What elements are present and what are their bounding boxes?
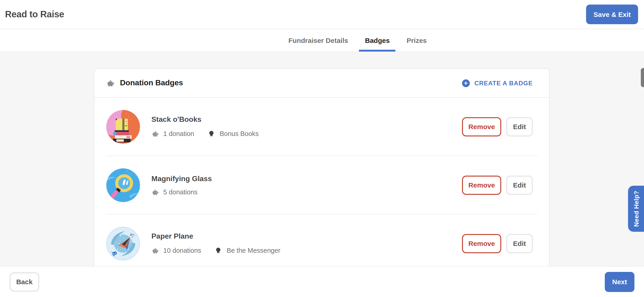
scrollbar-thumb[interactable] [641,68,644,87]
badge-row: Paper Plane 10 donations Be the Messenge… [94,214,549,272]
next-button[interactable]: Next [605,272,634,292]
tab-fundraiser-details[interactable]: Fundraiser Details [288,29,348,52]
back-button[interactable]: Back [10,272,39,291]
remove-button[interactable]: Remove [462,117,501,136]
tab-group: Fundraiser Details Badges Prizes [288,29,427,52]
tab-label: Badges [365,36,390,44]
medal-ribbon-icon [215,246,222,255]
badge-name: Magnifying Glass [152,174,212,183]
piggy-bank-icon [106,79,116,87]
edit-button[interactable]: Edit [506,234,533,253]
badge-row: Stack o'Books 1 donation Bonus Books Rem… [94,98,549,156]
badge-meta: 5 donations [152,188,212,196]
tab-label: Prizes [406,36,427,44]
tab-badges[interactable]: Badges [365,29,390,52]
footer-bar: Back Next [0,266,644,297]
page-title: Read to Raise [5,9,64,20]
badge-donation-count: 1 donation [163,130,194,137]
badge-info: Magnifying Glass 5 donations [152,174,212,196]
badge-image [106,226,140,260]
badge-donation-count: 5 donations [163,188,198,196]
badge-row-actions: Remove Edit [462,176,533,194]
badge-image [106,110,140,144]
remove-button[interactable]: Remove [462,234,501,253]
tab-prizes[interactable]: Prizes [406,29,427,52]
badge-row-actions: Remove Edit [462,234,533,253]
tab-label: Fundraiser Details [288,36,348,44]
edit-button[interactable]: Edit [506,176,533,194]
badge-bonus-label: Bonus Books [220,130,258,137]
plus-circle-icon: + [462,79,470,87]
top-header: Read to Raise Save & Exit [0,0,644,29]
badge-row-actions: Remove Edit [462,117,533,136]
badge-bonus: Be the Messenger [215,246,280,255]
medal-ribbon-icon [208,129,214,138]
badge-name: Stack o'Books [152,115,258,124]
panel-title: Donation Badges [120,78,183,88]
piggy-bank-icon [152,130,160,137]
badge-bonus-label: Be the Messenger [227,246,280,254]
badge-row: Magnifying Glass 5 donations Remove Edit [94,156,549,214]
create-a-badge-button[interactable]: + CREATE A BADGE [462,79,533,87]
badge-bonus: Bonus Books [208,129,258,138]
viewport: Read to Raise Save & Exit Fundraiser Det… [0,0,644,297]
need-help-label: Need Help? [632,191,640,227]
badge-name: Paper Plane [152,232,280,240]
screen: Read to Raise Save & Exit Fundraiser Det… [0,0,644,297]
badge-info: Stack o'Books 1 donation Bonus Books [152,115,258,138]
badge-donation-count: 10 donations [163,246,201,254]
piggy-bank-icon [152,188,160,196]
badge-meta: 10 donations Be the Messenger [152,246,280,255]
piggy-bank-icon [152,246,160,254]
tab-bar: Fundraiser Details Badges Prizes [0,29,644,52]
create-a-badge-label: CREATE A BADGE [474,80,533,86]
card-header: Donation Badges + CREATE A BADGE [94,69,549,98]
badge-list: Stack o'Books 1 donation Bonus Books Rem… [94,98,549,272]
remove-button[interactable]: Remove [462,176,501,194]
edit-button[interactable]: Edit [506,117,533,136]
save-and-exit-button[interactable]: Save & Exit [586,4,638,24]
badge-info: Paper Plane 10 donations Be the Messenge… [152,232,280,255]
badge-image [106,168,140,202]
need-help-tab[interactable]: Need Help? [628,186,644,232]
donation-badges-card: Donation Badges + CREATE A BADGE [94,68,550,288]
badge-meta: 1 donation Bonus Books [152,129,258,138]
